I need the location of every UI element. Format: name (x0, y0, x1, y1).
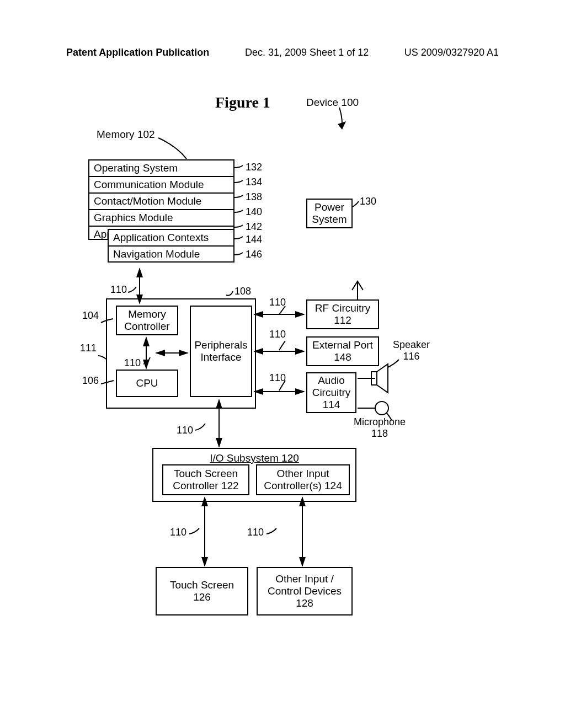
header-left: Patent Application Publication (66, 47, 209, 58)
diagram-connectors (0, 83, 565, 662)
page-header: Patent Application Publication Dec. 31, … (0, 0, 565, 58)
header-center: Dec. 31, 2009 Sheet 1 of 12 (245, 47, 369, 58)
header-right: US 2009/0327920 A1 (404, 47, 499, 58)
